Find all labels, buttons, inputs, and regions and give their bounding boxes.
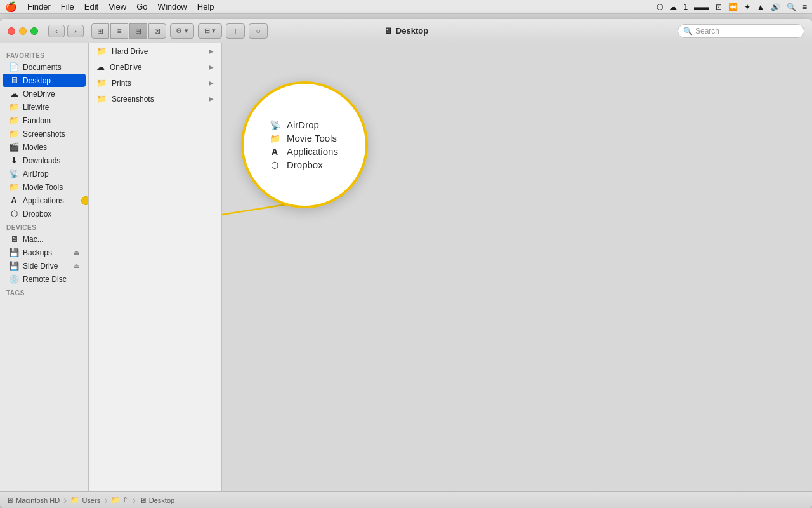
view-gallery-button[interactable]: ⊠ [148, 23, 166, 39]
back-button[interactable]: ‹ [48, 25, 65, 37]
sidebar-item-movietools[interactable]: 📁 Movie Tools [3, 180, 86, 194]
search-menu-icon[interactable]: 🔍 [787, 3, 796, 11]
macintosh-icon: 🖥 [6, 497, 13, 504]
sidebar-item-mac[interactable]: 🖥 Mac... [3, 232, 86, 246]
users-label: Users [82, 497, 100, 504]
zoom-item-airdrop: 📡 AirDrop [269, 119, 319, 130]
menu-finder[interactable]: Finder [27, 2, 51, 11]
desktop-status-label: Desktop [149, 497, 174, 504]
sidebar-item-applications[interactable]: A Applications [3, 194, 86, 207]
zoom-dropbox-icon: ⬡ [269, 160, 280, 170]
wifi-icon: ▲ [757, 3, 764, 11]
screenshots-icon: 📁 [9, 129, 19, 138]
view-buttons: ⊞ ≡ ⊟ ⊠ [91, 23, 166, 39]
sidebar-item-backups[interactable]: 💾 Backups ⏏ [3, 246, 86, 259]
content-area: 📡 AirDrop 📁 Movie Tools A Applications ⬡… [222, 43, 812, 491]
sidebar-item-downloads[interactable]: ⬇ Downloads [3, 154, 86, 167]
maximize-button[interactable] [30, 27, 38, 35]
sidebar-item-fandom[interactable]: 📁 Fandom [3, 114, 86, 127]
sidebar-label-airdrop: AirDrop [23, 170, 49, 178]
zoom-item-movietools: 📁 Movie Tools [269, 133, 337, 144]
sidebar-label-downloads: Downloads [23, 156, 60, 165]
controls-icon[interactable]: ≡ [802, 3, 807, 11]
status-path-users[interactable]: 📁 Users [70, 496, 100, 504]
file-item-onedrive[interactable]: ☁ OneDrive ▶ [89, 59, 221, 75]
forward-button[interactable]: › [67, 25, 84, 37]
movietools-icon: 📁 [9, 182, 19, 192]
status-path-desktop[interactable]: 🖥 Desktop [140, 497, 174, 504]
battery-icon: ▬▬ [694, 3, 709, 11]
sidebar-item-screenshots[interactable]: 📁 Screenshots [3, 127, 86, 140]
nav-buttons: ‹ › [48, 25, 84, 37]
sidebar-item-remotedisc[interactable]: 💿 Remote Disc [3, 272, 86, 286]
sidebar-label-mac: Mac... [23, 235, 44, 244]
sidebar-label-movies: Movies [23, 143, 47, 152]
sidebar-label-screenshots: Screenshots [23, 130, 65, 138]
fandom-icon: 📁 [9, 116, 19, 125]
lifewire-icon: 📁 [9, 102, 19, 112]
sidebar-item-dropbox[interactable]: ⬡ Dropbox [3, 207, 86, 220]
zoom-movietools-label: Movie Tools [287, 133, 337, 144]
onedrive-icon: ☁ [9, 89, 19, 98]
prints-icon: 📁 [96, 78, 107, 88]
remotedisc-icon: 💿 [9, 274, 19, 284]
group-button[interactable]: ⊞ ▾ [198, 23, 222, 39]
file-item-harddrive[interactable]: 📁 Hard Drive ▶ [89, 43, 221, 59]
menu-file[interactable]: File [61, 2, 74, 11]
view-list-button[interactable]: ≡ [110, 23, 128, 39]
sidebar-item-documents[interactable]: 📄 Documents [3, 60, 86, 74]
file-item-prints[interactable]: 📁 Prints ▶ [89, 75, 221, 91]
zoom-overlay: 📡 AirDrop 📁 Movie Tools A Applications ⬡… [241, 81, 368, 208]
sidebar-label-backups: Backups [23, 248, 52, 257]
mac-icon: 🖥 [9, 234, 19, 244]
movies-icon: 🎬 [9, 142, 19, 152]
screenshots-file-label: Screenshots [112, 95, 154, 104]
file-item-screenshots[interactable]: 📁 Screenshots ▶ [89, 91, 221, 107]
favorites-label: Favorites [0, 48, 88, 60]
view-column-button[interactable]: ⊟ [129, 23, 147, 39]
sidebar-item-onedrive[interactable]: ☁ OneDrive [3, 87, 86, 100]
file-panel: 📁 Hard Drive ▶ ☁ OneDrive ▶ 📁 Prints ▶ 📁… [89, 43, 222, 491]
menu-help[interactable]: Help [197, 2, 214, 11]
zoom-airdrop-icon: 📡 [269, 120, 280, 130]
menu-go[interactable]: Go [136, 2, 147, 11]
dropbox-sidebar-icon: ⬡ [9, 209, 19, 218]
prints-label: Prints [112, 79, 131, 88]
tags-label: Tags [0, 286, 88, 298]
sidebar-item-airdrop[interactable]: 📡 AirDrop [3, 167, 86, 180]
tag-button[interactable]: ○ [249, 23, 268, 39]
sep3: › [132, 495, 135, 505]
harddrive-label: Hard Drive [112, 47, 148, 56]
menu-view[interactable]: View [108, 2, 126, 11]
sidebar-item-lifewire[interactable]: 📁 Lifewire [3, 100, 86, 114]
search-box[interactable]: 🔍 Search [678, 24, 804, 38]
menubar-right: ⬡ ☁ 1 ▬▬ ⊡ ⏪ ✦ ▲ 🔊 🔍 ≡ [657, 3, 807, 11]
share-button[interactable]: ↑ [226, 23, 245, 39]
sidedrive-eject[interactable]: ⏏ [74, 262, 79, 269]
main-content: Favorites 📄 Documents 🖥 Desktop ☁ OneDri… [0, 43, 812, 491]
type1-icon: 1 [683, 3, 688, 11]
zoom-applications-label: Applications [287, 146, 338, 157]
sidebar-label-onedrive: OneDrive [23, 90, 55, 98]
sep1: › [63, 495, 67, 505]
menu-edit[interactable]: Edit [84, 2, 98, 11]
sidebar-item-desktop[interactable]: 🖥 Desktop [3, 74, 86, 87]
downloads-icon: ⬇ [9, 156, 19, 165]
zoom-movietools-icon: 📁 [269, 133, 280, 144]
status-path-user[interactable]: 📁 ⇧ [111, 496, 128, 504]
backups-eject[interactable]: ⏏ [74, 249, 79, 256]
menu-window[interactable]: Window [158, 2, 187, 11]
sidebar-label-remotedisc: Remote Disc [23, 275, 67, 284]
sidebar-item-movies[interactable]: 🎬 Movies [3, 140, 86, 154]
action-button[interactable]: ⚙ ▾ [170, 23, 194, 39]
view-icon-button[interactable]: ⊞ [91, 23, 109, 39]
onedrive-file-icon: ☁ [96, 62, 105, 72]
minimize-button[interactable] [19, 27, 27, 35]
close-button[interactable] [8, 27, 15, 35]
prints-arrow: ▶ [209, 79, 214, 86]
status-path-macintosh[interactable]: 🖥 Macintosh HD [6, 497, 60, 504]
zoom-item-dropbox: ⬡ Dropbox [269, 159, 323, 170]
sidebar-item-sidedrive[interactable]: 💾 Side Drive ⏏ [3, 259, 86, 272]
apple-menu[interactable]: 🍎 [5, 1, 17, 13]
airplay-icon: ⊡ [716, 3, 722, 11]
